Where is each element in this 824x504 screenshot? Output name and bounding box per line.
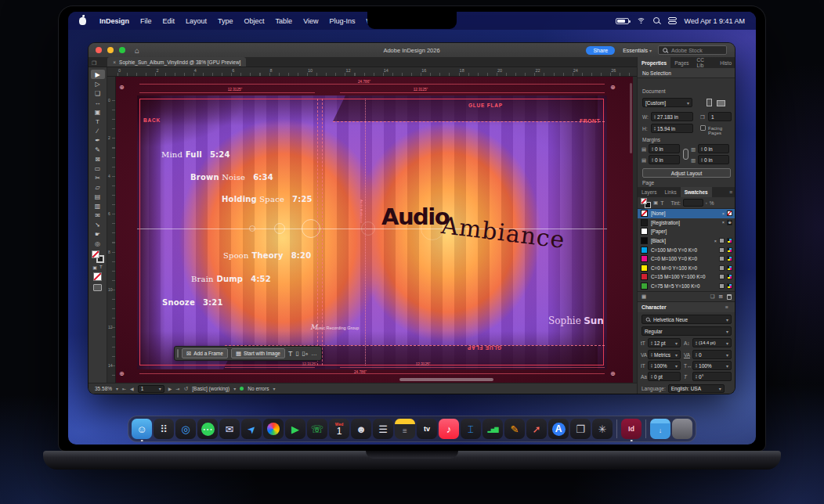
apple-menu-icon[interactable]	[79, 17, 86, 25]
zoom-tool[interactable]: ◎	[91, 239, 105, 248]
dock-item-launchpad[interactable]: ⠿	[154, 419, 174, 439]
swatch-row[interactable]: C=15 M=100 Y=100 K=0	[638, 272, 735, 282]
panel-menu-icon[interactable]: ≡	[725, 304, 732, 310]
menu-item-object[interactable]: Object	[244, 17, 265, 25]
panel-tab-links[interactable]: Links	[661, 187, 681, 197]
gap-tool[interactable]: ↔	[91, 98, 105, 107]
frame-tool[interactable]: ⊠	[91, 154, 105, 164]
language-dropdown[interactable]: English: USA▾	[668, 384, 725, 393]
control-center-icon[interactable]	[668, 17, 677, 24]
horizontal-ruler[interactable]: 02468101214161820222426	[107, 67, 637, 77]
tint-field[interactable]	[683, 199, 703, 207]
text-fill-icon[interactable]: T	[660, 200, 663, 206]
vertical-scrollbar[interactable]	[630, 83, 632, 153]
minimize-window-button[interactable]	[107, 47, 114, 53]
dock-item-mail[interactable]: ✉	[219, 419, 240, 439]
panel-menu-icon[interactable]: ≡	[729, 187, 735, 197]
more-options-icon[interactable]: …	[311, 350, 317, 357]
leading-field[interactable]: ▴▾(14.4 pt)▾	[692, 338, 732, 347]
menu-item-type[interactable]: Type	[218, 17, 233, 25]
fill-swatch-none[interactable]	[92, 250, 99, 258]
portrait-orientation-button[interactable]	[707, 99, 712, 106]
vertical-scale-field[interactable]: ▴▾100%▾	[648, 361, 681, 370]
preflight-icon[interactable]: ↺	[183, 386, 188, 392]
document-tab[interactable]: × Sophie_Sun_Album_VinylIndd @ 38% [GPU …	[107, 57, 246, 67]
swatch-row[interactable]: [Paper]	[638, 227, 735, 236]
panel-tab-histo[interactable]: Histo	[716, 57, 735, 68]
horizontal-scale-field[interactable]: ▴▾100%▾	[692, 361, 732, 370]
menu-bar-clock[interactable]: Wed Apr 1 9:41 AM	[685, 17, 745, 25]
apply-none-button[interactable]	[93, 272, 102, 281]
dock-item-photos[interactable]	[263, 419, 284, 439]
menu-item-layout[interactable]: Layout	[186, 17, 207, 25]
note-tool[interactable]: ✉	[91, 211, 105, 220]
kerning-field[interactable]: ▴▾Metrics▾	[648, 350, 681, 359]
dock-item-keynote[interactable]: ⌶	[461, 419, 481, 439]
baseline-shift-field[interactable]: ▴▾0 pt	[648, 372, 681, 381]
add-a-frame-button[interactable]: ⊠Add a Frame	[182, 348, 228, 358]
new-color-group-icon[interactable]: ❏	[710, 293, 715, 300]
battery-icon[interactable]	[616, 18, 629, 24]
menu-item-table[interactable]: Table	[276, 17, 293, 25]
swatch-row[interactable]: C=100 M=0 Y=0 K=0	[638, 245, 735, 254]
dock-item-rocket[interactable]: ➚	[526, 419, 547, 439]
dock-item-contacts[interactable]: ☻	[351, 419, 371, 439]
dock-item-safari[interactable]: ◎	[175, 419, 196, 439]
menu-item-edit[interactable]: Edit	[163, 17, 175, 25]
vertical-ruler[interactable]: 02468101214	[107, 77, 116, 383]
horizontal-scrollbar[interactable]	[399, 378, 493, 381]
dock-item-tv[interactable]: tv	[417, 419, 437, 439]
dock-item-books[interactable]: ❐	[570, 419, 591, 439]
font-style-dropdown[interactable]: Regular▾	[641, 326, 732, 336]
workspace-switcher[interactable]: Essentials ▾	[623, 48, 652, 53]
margin-top-field[interactable]: ▴▾0 in	[649, 144, 680, 153]
formatting-container-icon[interactable]: ▣	[92, 265, 97, 270]
delete-swatch-icon[interactable]	[727, 294, 732, 300]
fill-stroke-indicator[interactable]	[92, 250, 104, 263]
page-count-field[interactable]: 1	[708, 112, 732, 121]
previous-page-button[interactable]: ◀	[130, 386, 134, 391]
margin-right-field[interactable]: ▴▾0 in	[698, 155, 729, 164]
taskbar-grip[interactable]	[177, 349, 179, 358]
start-with-image-button[interactable]: ▦Start with Image	[231, 348, 285, 358]
dock-item-reminders[interactable]: ☰	[373, 419, 393, 439]
swatch-row[interactable]: C=0 M=100 Y=0 K=0	[638, 254, 735, 264]
menu-item-view[interactable]: View	[303, 17, 318, 25]
dock-item-numbers[interactable]: ▂▅▇	[482, 419, 503, 439]
panel-tab-swatches[interactable]: Swatches	[681, 187, 712, 197]
share-button[interactable]: Share	[586, 46, 615, 55]
swatch-row[interactable]: [Registration]×⊕	[638, 218, 735, 228]
landscape-orientation-button[interactable]	[717, 100, 725, 106]
eyedropper-tool[interactable]: ➘	[91, 220, 105, 229]
dock-item-phone[interactable]: ☏	[307, 419, 327, 439]
free-transform-tool[interactable]: ▱	[91, 182, 105, 192]
page-tool[interactable]: ❏	[91, 88, 105, 98]
facing-pages-checkbox[interactable]	[700, 125, 706, 131]
dock-item-messages[interactable]: ⋯	[197, 419, 218, 439]
dock-item-facetime[interactable]: ▶	[285, 419, 305, 439]
spotlight-search-icon[interactable]	[653, 17, 660, 24]
zoom-level[interactable]: 35.58%	[95, 386, 112, 391]
dock-item-settings[interactable]: ✳	[592, 419, 613, 439]
panel-tab-pages[interactable]: Pages	[670, 57, 692, 68]
content-collector-tool[interactable]: ▣	[91, 107, 105, 117]
swatch-row[interactable]: [None]×	[638, 209, 735, 218]
wifi-icon[interactable]	[637, 17, 645, 24]
page-size-preset-dropdown[interactable]: [Custom]▾	[642, 98, 692, 107]
dock-item-finder[interactable]: ☺	[132, 419, 152, 439]
page-icon[interactable]: ▯	[295, 350, 298, 357]
dock-item-app-store[interactable]: A	[548, 419, 569, 439]
add-text-icon[interactable]: T	[288, 350, 293, 358]
page-settings-icon[interactable]: ▯⚙	[302, 350, 309, 357]
fill-box-icon[interactable]: ▣	[653, 200, 658, 206]
first-page-button[interactable]: ⇤	[122, 386, 126, 391]
margin-bottom-field[interactable]: ▴▾0 in	[649, 155, 680, 164]
close-window-button[interactable]	[96, 47, 102, 53]
dock-item-music[interactable]: ♪	[439, 419, 459, 439]
dock-item-notes[interactable]: ≡	[395, 419, 415, 439]
next-page-button[interactable]: ▶	[168, 386, 172, 391]
link-margins-toggle[interactable]	[683, 149, 688, 160]
swatch-row[interactable]: C=0 M=0 Y=100 K=0	[638, 264, 735, 273]
font-size-field[interactable]: ▴▾12 pt▾	[648, 338, 681, 347]
adobe-stock-search-input[interactable]: Adobe Stock	[658, 45, 727, 55]
